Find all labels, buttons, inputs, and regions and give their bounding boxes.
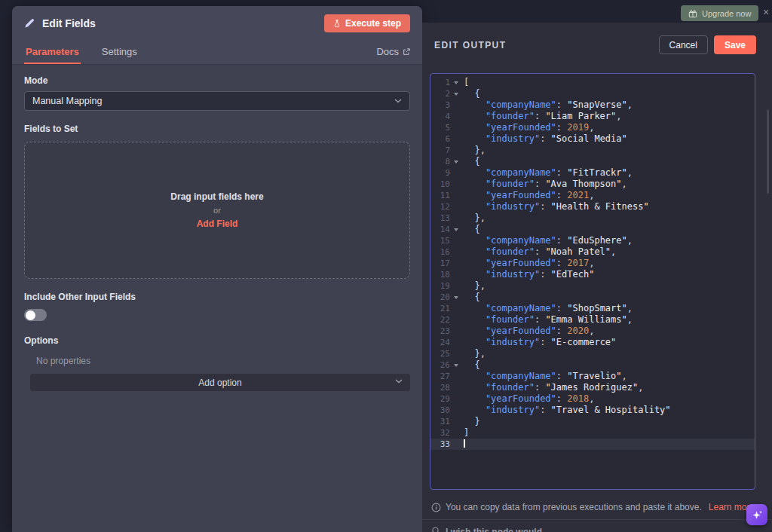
editor-line[interactable]: 9 "companyName": "FitTrackr",: [430, 167, 755, 179]
panel-scrollbar[interactable]: [767, 109, 769, 194]
editor-line[interactable]: 33: [430, 439, 755, 450]
editor-line[interactable]: 16 "founder": "Noah Patel",: [430, 246, 755, 258]
fold-gutter: [450, 179, 462, 190]
editor-line[interactable]: 2 {: [430, 88, 755, 99]
fold-gutter: [450, 235, 462, 246]
editor-line[interactable]: 13 },: [430, 212, 755, 224]
line-number: 19: [430, 280, 450, 292]
editor-line[interactable]: 22 "founder": "Emma Williams",: [430, 314, 755, 326]
editor-line[interactable]: 12 "industry": "Health & Fitness": [430, 201, 755, 212]
include-other-fields-toggle[interactable]: [24, 309, 47, 321]
gift-icon: [688, 9, 697, 18]
line-number: 31: [430, 416, 450, 427]
fold-arrow-icon[interactable]: [450, 224, 462, 235]
dropzone-text: Drag input fields here: [170, 191, 263, 202]
editor-line[interactable]: 29 "yearFounded": 2018,: [430, 393, 755, 405]
lightbulb-icon: [431, 527, 440, 532]
tab-settings[interactable]: Settings: [100, 46, 139, 64]
fields-to-set-label: Fields to Set: [24, 124, 410, 134]
tab-parameters[interactable]: Parameters: [24, 46, 81, 64]
editor-line[interactable]: 31 }: [430, 416, 755, 427]
fold-gutter: [450, 122, 462, 133]
close-icon[interactable]: ×: [760, 6, 772, 18]
editor-line[interactable]: 6 "industry": "Social Media": [430, 133, 755, 145]
editor-line[interactable]: 30 "industry": "Travel & Hospitality": [430, 405, 755, 416]
editor-line[interactable]: 32]: [430, 427, 755, 439]
fold-arrow-icon[interactable]: [450, 359, 462, 371]
code-text: "founder": "James Rodriguez",: [462, 382, 643, 393]
fold-arrow-icon[interactable]: [450, 77, 462, 88]
fold-arrow-icon[interactable]: [450, 88, 462, 99]
fold-gutter: [450, 314, 462, 326]
fold-gutter: [450, 303, 462, 314]
cancel-button[interactable]: Cancel: [659, 35, 708, 54]
line-number: 27: [430, 371, 450, 382]
fold-arrow-icon[interactable]: [450, 156, 462, 167]
editor-line[interactable]: 4 "founder": "Liam Parker",: [430, 111, 755, 122]
add-option-select[interactable]: Add option: [30, 374, 410, 391]
line-number: 9: [430, 167, 450, 179]
json-editor[interactable]: 1[2 {3 "companyName": "SnapVerse",4 "fou…: [430, 73, 755, 490]
code-text: "yearFounded": 2018,: [462, 393, 594, 405]
mode-select[interactable]: Manual Mapping: [24, 91, 410, 111]
node-title: Edit Fields: [42, 17, 96, 29]
editor-line[interactable]: 8 {: [430, 156, 755, 167]
fold-arrow-icon[interactable]: [450, 292, 462, 303]
add-field-link[interactable]: Add Field: [197, 219, 238, 229]
editor-line[interactable]: 27 "companyName": "Travelio",: [430, 371, 755, 382]
editor-line[interactable]: 21 "companyName": "ShopSmart",: [430, 303, 755, 314]
code-text: "yearFounded": 2020,: [462, 326, 594, 337]
code-text: "companyName": "ShopSmart",: [462, 303, 633, 314]
line-number: 33: [430, 439, 450, 450]
line-number: 29: [430, 393, 450, 405]
upgrade-now-button[interactable]: Upgrade now: [681, 5, 758, 21]
execute-step-button[interactable]: Execute step: [324, 14, 410, 32]
editor-line[interactable]: 20 {: [430, 292, 755, 303]
execute-step-label: Execute step: [345, 18, 401, 29]
info-icon: [431, 503, 441, 512]
code-text: "founder": "Liam Parker",: [462, 111, 622, 122]
chevron-down-icon: [395, 379, 403, 384]
edit-output-panel: EDIT OUTPUT Cancel Save 1[2 {3 "companyN…: [422, 23, 772, 532]
fold-gutter: [450, 416, 462, 427]
save-button[interactable]: Save: [714, 35, 756, 54]
field-dropzone[interactable]: Drag input fields here or Add Field: [24, 142, 410, 279]
editor-line[interactable]: 3 "companyName": "SnapVerse",: [430, 99, 755, 111]
code-text: },: [462, 145, 486, 156]
editor-line[interactable]: 18 "industry": "EdTech": [430, 269, 755, 280]
fold-gutter: [450, 269, 462, 280]
editor-line[interactable]: 5 "yearFounded": 2019,: [430, 122, 755, 133]
line-number: 4: [430, 111, 450, 122]
code-text: "companyName": "FitTrackr",: [462, 167, 633, 179]
code-text: [462, 439, 465, 450]
docs-label: Docs: [376, 46, 399, 57]
fold-gutter: [450, 382, 462, 393]
editor-line[interactable]: 14 {: [430, 224, 755, 235]
editor-line[interactable]: 15 "companyName": "EduSphere",: [430, 235, 755, 246]
ai-assistant-button[interactable]: [746, 504, 767, 525]
code-text: "yearFounded": 2017,: [462, 258, 594, 269]
docs-link[interactable]: Docs: [376, 46, 410, 64]
line-number: 10: [430, 179, 450, 190]
editor-line[interactable]: 11 "yearFounded": 2021,: [430, 190, 755, 201]
line-number: 30: [430, 405, 450, 416]
editor-line[interactable]: 24 "industry": "E-commerce": [430, 337, 755, 348]
editor-line[interactable]: 26 {: [430, 359, 755, 371]
editor-line[interactable]: 25 },: [430, 348, 755, 359]
wish-text: I wish this node would...: [446, 527, 550, 532]
line-number: 13: [430, 212, 450, 224]
fold-gutter: [450, 393, 462, 405]
fold-gutter: [450, 145, 462, 156]
editor-line[interactable]: 19 },: [430, 280, 755, 292]
dropzone-or-text: or: [213, 206, 221, 215]
wish-prompt[interactable]: I wish this node would...: [422, 519, 772, 532]
editor-line[interactable]: 7 },: [430, 145, 755, 156]
editor-line[interactable]: 28 "founder": "James Rodriguez",: [430, 382, 755, 393]
fold-gutter: [450, 201, 462, 212]
editor-line[interactable]: 1[: [430, 77, 755, 88]
editor-line[interactable]: 23 "yearFounded": 2020,: [430, 326, 755, 337]
line-number: 28: [430, 382, 450, 393]
line-number: 21: [430, 303, 450, 314]
editor-line[interactable]: 10 "founder": "Ava Thompson",: [430, 179, 755, 190]
editor-line[interactable]: 17 "yearFounded": 2017,: [430, 258, 755, 269]
